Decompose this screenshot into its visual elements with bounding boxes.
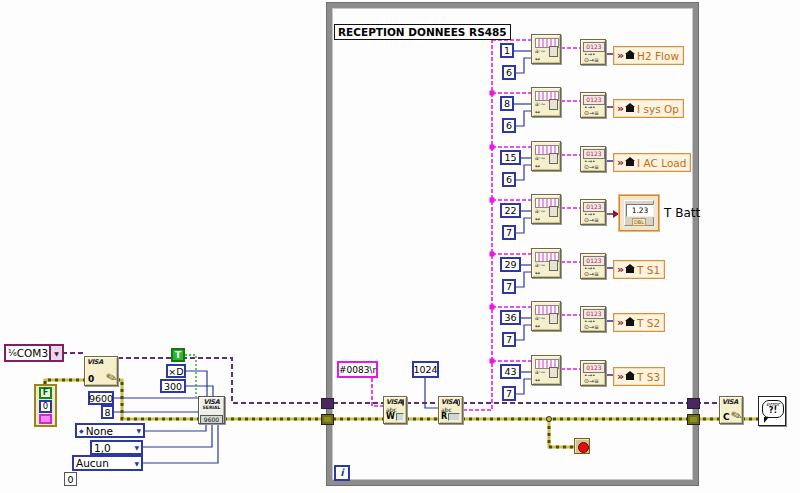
convert-glyph2: ⊙→≡ [584, 324, 599, 330]
subset-glyph: a·~ [535, 262, 546, 268]
error-cluster-constant[interactable]: F 0 [34, 384, 57, 427]
output-nub-icon [549, 367, 558, 378]
length-glyph: ↔ [535, 163, 540, 169]
string-to-number-function[interactable]: 0123∙→∙⊙→≡ [580, 39, 606, 65]
string-to-number-function[interactable]: 0123∙→∙⊙→≡ [580, 253, 606, 279]
house-icon [626, 161, 634, 166]
length-constant[interactable]: 7 [502, 279, 516, 294]
string-subset-function[interactable]: a·~↔ [531, 355, 561, 385]
string-subset-function[interactable]: a·~↔ [531, 34, 561, 64]
stop-bits-ring-constant[interactable]: 1,0 ▼ [90, 440, 143, 455]
shared-variable-node[interactable]: »I AC Load [613, 153, 691, 172]
data-bits-constant[interactable]: 8 [101, 405, 114, 419]
shared-variable-label: T S1 [637, 264, 660, 276]
shared-variable-node[interactable]: »T S3 [613, 367, 665, 386]
string-subset-function[interactable]: a·~↔ [531, 141, 561, 171]
length-constant[interactable]: 6 [502, 65, 516, 80]
dropdown-arrow-icon[interactable]: ▼ [49, 346, 62, 360]
shared-variable-node[interactable]: »T S1 [613, 260, 665, 279]
write-chevrons-icon: » [617, 371, 623, 382]
baud-rate-constant[interactable]: 9600 [88, 391, 114, 405]
parity-value: None [86, 425, 113, 437]
offset-constant[interactable]: 22 [500, 203, 521, 218]
string-to-number-function[interactable]: 0123∙→∙⊙→≡ [580, 199, 606, 225]
subset-glyph: a·~ [535, 369, 546, 375]
dropdown-arrow-icon[interactable]: ▼ [134, 444, 139, 451]
length-constant[interactable]: 6 [502, 172, 516, 187]
visa-read-function[interactable]: VISA abc R [438, 396, 463, 424]
hand-pen-icon: ✎ [104, 370, 118, 386]
string-to-number-function[interactable]: 0123∙→∙⊙→≡ [580, 360, 606, 386]
length-constant[interactable]: 7 [502, 332, 516, 347]
parity-ring-constant[interactable]: ◆ None ▼ [75, 423, 145, 438]
string-subset-function[interactable]: a·~↔ [531, 301, 561, 331]
subset-glyph: a·~ [535, 155, 546, 161]
offset-constant[interactable]: 43 [500, 364, 521, 379]
string-to-number-function[interactable]: 0123∙→∙⊙→≡ [580, 146, 606, 172]
write-command-string-constant[interactable]: #0083\r [337, 361, 378, 378]
offset-constant[interactable]: 1 [500, 43, 514, 58]
loop-title-label[interactable]: RECEPTION DONNEES RS485 [334, 24, 511, 40]
timeout-clock-icon [402, 399, 404, 406]
length-constant[interactable]: 7 [502, 386, 516, 401]
dropdown-arrow-icon[interactable]: ▼ [136, 427, 141, 434]
boolean-true-constant[interactable]: T [171, 348, 185, 362]
flow-control-ring-constant[interactable]: Aucun ▼ [72, 455, 143, 471]
numeric-indicator-terminal[interactable]: 1.23DBL [619, 195, 659, 231]
shared-variable-label: T S2 [637, 317, 660, 329]
loop-tunnel-visa-out[interactable] [687, 398, 700, 409]
loop-tunnel-visa-in[interactable] [321, 398, 334, 409]
house-icon [626, 54, 634, 59]
read-letter: R [441, 413, 447, 421]
timeout-clock-icon [457, 399, 460, 406]
stop-icon [578, 442, 589, 453]
visa-close-function[interactable]: VISA C ✎ [719, 396, 743, 424]
write-letter: W [386, 413, 395, 421]
visa-open-function[interactable]: VISA 0 ✎ [84, 356, 118, 386]
visa-open-index: 0 [88, 375, 94, 384]
convert-glyph2: ⊙→≡ [584, 57, 599, 63]
indicator-label[interactable]: T Batt [664, 206, 700, 220]
dropdown-arrow-icon[interactable]: ▼ [134, 460, 139, 467]
error-code-constant[interactable]: 0 [39, 400, 52, 413]
offset-constant[interactable]: 8 [500, 96, 514, 111]
length-glyph: ↔ [535, 216, 540, 222]
length-constant[interactable]: 6 [502, 118, 516, 133]
offset-constant[interactable]: 15 [500, 150, 521, 165]
close-letter: C [723, 413, 730, 422]
visa-write-function[interactable]: VISA abc W [383, 396, 407, 424]
string-to-number-function[interactable]: 0123∙→∙⊙→≡ [580, 306, 606, 332]
shared-variable-node[interactable]: »T S2 [613, 313, 665, 332]
convert-glyph2: ⊙→≡ [584, 164, 599, 170]
shared-variable-node[interactable]: »H2 Flow [613, 46, 684, 65]
offset-constant[interactable]: 29 [500, 257, 521, 272]
shared-variable-node[interactable]: »I sys Op [613, 99, 684, 118]
subset-glyph: a·~ [535, 315, 546, 321]
loop-iteration-terminal[interactable]: i [334, 465, 350, 481]
error-source-string-constant[interactable] [39, 414, 52, 424]
visa-configure-serial-port-function[interactable]: VISA SERIAL 9600 [198, 396, 225, 424]
boolean-false-constant[interactable]: F [39, 387, 52, 399]
string-subset-function[interactable]: a·~↔ [531, 194, 561, 224]
string-subset-function[interactable]: a·~↔ [531, 87, 561, 117]
numeric-constant-zero[interactable]: 0 [64, 472, 77, 486]
visa-resource-constant[interactable]: ⅙ COM3 ▼ [4, 344, 64, 362]
buffer-display-icon [448, 413, 460, 421]
error-bubble-icon: error ?! [762, 400, 784, 418]
length-constant[interactable]: 7 [502, 225, 516, 240]
byte-count-constant[interactable]: 1024 [412, 361, 439, 378]
timeout-constant[interactable]: 300 [160, 379, 186, 393]
length-glyph: ↔ [535, 56, 540, 62]
subset-glyph: a·~ [535, 208, 546, 214]
simple-error-handler[interactable]: error ?! [758, 396, 786, 426]
house-icon [626, 107, 634, 112]
string-to-number-function[interactable]: 0123∙→∙⊙→≡ [580, 92, 606, 118]
termination-char-constant[interactable]: ×D [166, 364, 186, 378]
offset-constant[interactable]: 36 [500, 310, 521, 325]
loop-tunnel-error-out[interactable] [687, 414, 700, 425]
string-subset-function[interactable]: a·~↔ [531, 248, 561, 278]
stop-bits-value: 1,0 [94, 442, 111, 454]
loop-tunnel-error-in[interactable] [321, 414, 334, 425]
loop-stop-terminal[interactable] [574, 438, 590, 454]
house-icon [626, 375, 634, 380]
